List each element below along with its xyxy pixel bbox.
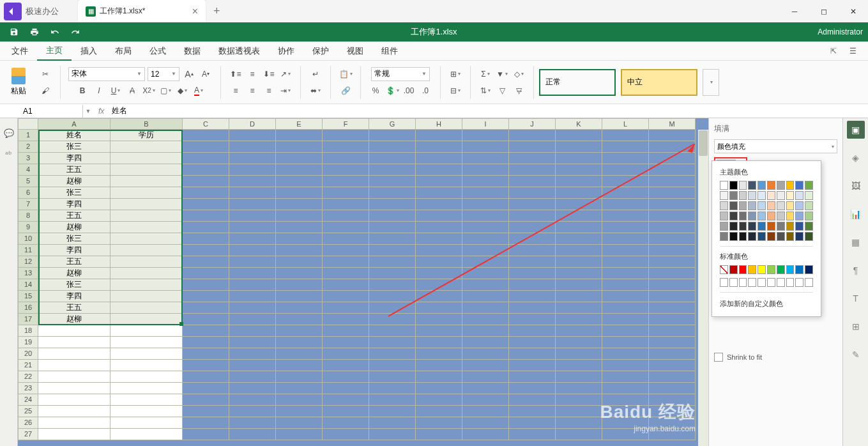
menu-文件[interactable]: 文件 (3, 42, 37, 61)
column-header[interactable]: B (110, 118, 183, 130)
cell[interactable] (602, 337, 649, 348)
cell[interactable] (602, 348, 649, 360)
cell[interactable] (229, 291, 276, 302)
cell[interactable] (323, 176, 369, 187)
cell[interactable] (276, 256, 323, 268)
row-header[interactable]: 26 (18, 417, 38, 429)
row-header[interactable]: 6 (18, 187, 38, 199)
color-swatch[interactable] (777, 191, 785, 200)
cell[interactable] (323, 325, 369, 337)
text-art-icon[interactable]: T (847, 289, 865, 307)
recent-color-slot[interactable] (748, 278, 756, 287)
color-swatch[interactable] (767, 265, 775, 274)
menu-布局[interactable]: 布局 (106, 42, 141, 61)
cell[interactable] (276, 360, 323, 371)
recent-color-slot[interactable] (795, 278, 803, 287)
cell[interactable] (556, 130, 602, 141)
color-swatch[interactable] (729, 222, 738, 231)
cell[interactable] (323, 291, 369, 302)
cell[interactable] (183, 406, 229, 417)
minimize-button[interactable]: ─ (780, 0, 809, 22)
cell[interactable]: 李四 (38, 291, 110, 302)
column-header[interactable]: G (369, 118, 416, 130)
row-header[interactable]: 24 (18, 394, 38, 406)
cell[interactable] (183, 187, 229, 199)
cell[interactable] (323, 153, 369, 164)
cell[interactable] (183, 256, 229, 268)
color-swatch[interactable] (720, 222, 728, 231)
color-swatch[interactable] (748, 211, 756, 220)
color-swatch[interactable] (729, 191, 738, 200)
cell[interactable] (462, 406, 509, 417)
delete-cells-icon[interactable]: ⊟▾ (448, 84, 462, 98)
color-swatch[interactable] (739, 211, 747, 220)
column-header[interactable]: F (323, 118, 369, 130)
cell[interactable] (416, 383, 462, 394)
cell[interactable] (602, 360, 649, 371)
cell[interactable] (38, 394, 110, 406)
cell[interactable] (110, 199, 183, 210)
cell[interactable] (323, 141, 369, 153)
cell[interactable] (276, 233, 323, 245)
cell[interactable] (229, 360, 276, 371)
color-swatch[interactable] (739, 191, 747, 200)
comment-icon[interactable]: 💬 (4, 128, 14, 138)
cell[interactable] (323, 279, 369, 291)
vertical-scrollbar[interactable] (698, 130, 708, 446)
color-swatch[interactable] (739, 201, 747, 210)
cell[interactable] (229, 153, 276, 164)
cell[interactable] (38, 417, 110, 429)
cell[interactable]: 张三 (38, 279, 110, 291)
cell[interactable]: 李四 (38, 199, 110, 210)
cell[interactable] (323, 245, 369, 256)
cell[interactable] (276, 153, 323, 164)
spellcheck-icon[interactable]: ᵃᵇ (5, 150, 12, 159)
cell[interactable] (229, 256, 276, 268)
cell-style-normal[interactable]: 正常 (539, 69, 616, 96)
cell[interactable] (229, 187, 276, 199)
cell[interactable] (183, 210, 229, 222)
color-swatch[interactable] (748, 201, 756, 210)
cell[interactable] (323, 383, 369, 394)
color-swatch[interactable] (739, 181, 747, 190)
cell[interactable]: 王五 (38, 164, 110, 176)
color-swatch[interactable] (758, 201, 766, 210)
no-fill-swatch[interactable] (720, 265, 728, 274)
column-header[interactable]: J (509, 118, 556, 130)
color-swatch[interactable] (777, 222, 785, 231)
cell[interactable] (183, 279, 229, 291)
color-swatch[interactable] (767, 181, 775, 190)
cell[interactable]: 赵柳 (38, 314, 110, 325)
cell[interactable] (649, 417, 696, 429)
cell[interactable] (462, 130, 509, 141)
chart-icon[interactable]: 📊 (847, 205, 865, 223)
hyperlink-icon[interactable]: 🔗 (339, 84, 353, 98)
color-swatch[interactable] (795, 191, 803, 200)
cell[interactable] (323, 222, 369, 233)
cell[interactable] (509, 360, 556, 371)
color-swatch[interactable] (805, 222, 813, 231)
cell[interactable] (276, 141, 323, 153)
cell[interactable] (602, 429, 649, 440)
color-swatch[interactable] (767, 191, 775, 200)
color-swatch[interactable] (795, 211, 803, 220)
cell[interactable] (229, 141, 276, 153)
cell[interactable] (183, 268, 229, 279)
cell[interactable] (110, 337, 183, 348)
cell[interactable] (110, 406, 183, 417)
cell[interactable] (416, 371, 462, 383)
fx-icon[interactable]: fx (93, 107, 109, 116)
menu-主页[interactable]: 主页 (37, 42, 72, 61)
align-middle-icon[interactable]: ≡ (245, 67, 259, 81)
cell-settings-icon[interactable]: ▣ (847, 121, 865, 139)
row-header[interactable]: 2 (18, 141, 38, 153)
cell[interactable] (556, 429, 602, 440)
color-swatch[interactable] (777, 265, 785, 274)
cell[interactable] (183, 394, 229, 406)
cell[interactable] (369, 394, 416, 406)
cell[interactable] (276, 130, 323, 141)
cell[interactable] (229, 245, 276, 256)
autosum-icon[interactable]: Σ▾ (478, 67, 492, 81)
color-swatch[interactable] (767, 222, 775, 231)
row-header[interactable]: 14 (18, 279, 38, 291)
